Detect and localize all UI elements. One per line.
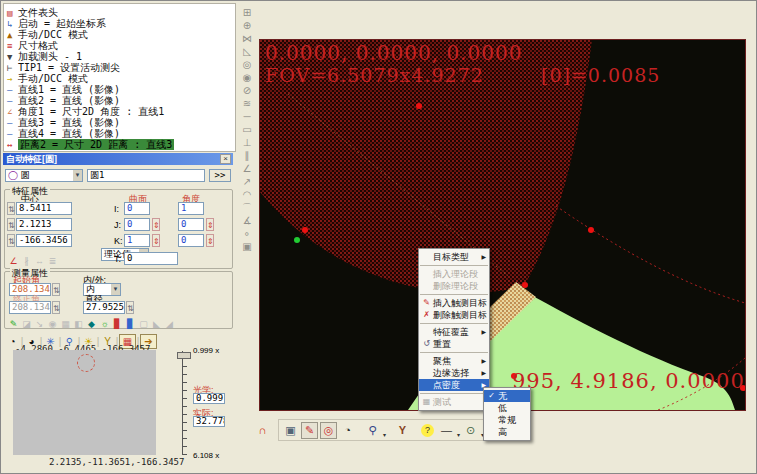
dropdown-arrow-icon[interactable]: ▾ xyxy=(457,427,460,443)
menu-item[interactable]: 目标类型▶ xyxy=(419,251,489,263)
parallel-icon[interactable]: ∥ xyxy=(240,149,254,162)
edge-pen-icon[interactable]: ✎ xyxy=(7,318,20,330)
line-tool-icon[interactable]: —▾ xyxy=(438,422,455,439)
angle3-red-spinner[interactable]: ⇕ xyxy=(206,234,214,247)
grid-icon[interactable]: ▦ xyxy=(59,318,72,330)
zoom-slider[interactable] xyxy=(182,351,187,455)
menu-item[interactable]: ✗删除触测目标 xyxy=(419,309,489,321)
tree-item[interactable]: ∠角度1 = 尺寸2D 角度 : 直线1 xyxy=(7,106,164,117)
list-tool-icon[interactable]: ≣ xyxy=(46,255,59,267)
vector-icon[interactable]: ↗ xyxy=(240,175,254,188)
round-icon[interactable]: ◉ xyxy=(240,71,254,84)
menu-item[interactable]: 特征覆盖▶ xyxy=(419,326,489,338)
start-angle-spinner[interactable]: ⇅ xyxy=(52,283,60,296)
angle-icon[interactable]: ∠ xyxy=(240,162,254,175)
point-icon[interactable]: ∘ xyxy=(240,227,254,240)
dropdown-arrow-icon[interactable]: ▾ xyxy=(383,427,386,443)
k-red-spinner[interactable]: ⇕ xyxy=(152,234,160,247)
actual-field[interactable]: 32.778 xyxy=(193,416,225,427)
tree-item[interactable]: ≡尺寸格式 xyxy=(7,40,58,51)
corner-left-icon[interactable]: ◣ xyxy=(150,318,163,330)
sector-tool-icon[interactable]: ◔ xyxy=(339,422,356,439)
corner-right-icon[interactable]: ◢ xyxy=(163,318,176,330)
tree-item[interactable]: ▼加载测头 - 1 xyxy=(7,51,82,62)
red-bar-icon[interactable]: ▊ xyxy=(111,318,124,330)
line-icon[interactable]: ─ xyxy=(240,110,254,123)
tree-item[interactable]: ⊢TIP1 = 设置活动测尖 xyxy=(7,62,120,73)
tree-item[interactable]: ―直线2 = 直线 (影像) xyxy=(7,95,120,106)
menu-item[interactable]: ↺重置 xyxy=(419,338,489,350)
submenu-item[interactable]: 常规 xyxy=(484,414,530,426)
menu-item[interactable]: ✎插入触测目标 xyxy=(419,297,489,309)
submenu-item[interactable]: 高 xyxy=(484,426,530,438)
angle-tool-icon[interactable]: ∠ xyxy=(7,255,20,267)
tree-item[interactable]: ↔距离2 = 尺寸 2D 距离 : 直线3 xyxy=(7,139,174,150)
circle-icon[interactable]: ⊕ xyxy=(240,19,254,32)
angle2-field[interactable]: 0 xyxy=(178,218,204,231)
angle1-field[interactable]: 1 xyxy=(178,202,204,215)
menu-item[interactable]: 聚焦▶ xyxy=(419,355,489,367)
width-tool-icon[interactable]: ↔ xyxy=(33,255,46,267)
cylinder-icon[interactable]: ⋈ xyxy=(240,32,254,45)
submenu-item[interactable]: 低 xyxy=(484,402,530,414)
rect-icon[interactable]: ▭ xyxy=(240,123,254,136)
dialog-close-icon[interactable]: × xyxy=(220,154,231,164)
arrow-icon[interactable]: ↘ xyxy=(33,318,46,330)
ring-icon[interactable]: ◉ xyxy=(46,318,59,330)
tree-item[interactable]: ―直线4 = 直线 (影像) xyxy=(7,128,120,139)
cone-icon[interactable]: ◺ xyxy=(240,45,254,58)
arc-icon[interactable]: ◠ xyxy=(240,188,254,201)
command-tree[interactable]: ▤文件表头↳启动 = 起始坐标系▲手动/DCC 模式≡尺寸格式▼加载测头 - 1… xyxy=(3,3,236,152)
t-field[interactable]: 0 xyxy=(124,252,178,265)
j-red-spinner[interactable]: ⇕ xyxy=(152,218,160,231)
x-spinner[interactable]: ⇅ xyxy=(7,202,15,215)
dialog-titlebar[interactable]: 自动特征[圆] xyxy=(3,153,233,165)
expand-button[interactable]: >> xyxy=(209,169,231,182)
tree-item[interactable]: ↳启动 = 起始坐标系 xyxy=(7,18,106,29)
plane-icon[interactable]: ⊞ xyxy=(240,6,254,19)
j-field[interactable]: 0 xyxy=(124,218,150,231)
graphics-view[interactable]: 0.0000, 0.0000, 0.0000 FOV=6.5079x4.9272… xyxy=(259,39,746,411)
camera-tool-icon[interactable]: ▣ xyxy=(282,422,299,439)
edge-draw-tool-icon[interactable]: ✎ xyxy=(301,422,318,439)
center-z-field[interactable]: -166.3456 xyxy=(16,234,72,247)
tree-item[interactable]: ▤文件表头 xyxy=(7,7,58,18)
i-field[interactable]: 0 xyxy=(124,202,150,215)
region-icon[interactable]: ◪ xyxy=(20,318,33,330)
magnet-tool-icon[interactable]: ∩ xyxy=(254,422,271,439)
angle2-icon[interactable]: ∡ xyxy=(240,214,254,227)
goblet-tool-icon[interactable]: Y xyxy=(394,422,411,439)
tree-item[interactable]: ―直线1 = 直线 (影像) xyxy=(7,84,120,95)
menu-item[interactable]: 边缘选择▶ xyxy=(419,367,489,379)
target-tool-icon[interactable]: ◎ xyxy=(320,422,337,439)
k-field[interactable]: 1 xyxy=(124,234,150,247)
tree-item[interactable]: ▲手动/DCC 模式 xyxy=(7,29,88,40)
angle2-red-spinner[interactable]: ⇕ xyxy=(206,218,214,231)
perpendicular-icon[interactable]: ⊥ xyxy=(240,136,254,149)
slot-icon[interactable]: ⊘ xyxy=(240,84,254,97)
menu-item[interactable]: 点密度▶ xyxy=(419,379,489,391)
help-tool-icon[interactable]: ? xyxy=(421,424,434,437)
half-icon[interactable]: ◧ xyxy=(72,318,85,330)
rotate-tool-icon[interactable]: ⊙▾ xyxy=(462,422,479,439)
optical-field[interactable]: 0.999 xyxy=(193,393,225,404)
tree-item[interactable]: →手动/DCC 模式 xyxy=(7,73,88,84)
tree-item[interactable]: ―直线3 = 直线 (影像) xyxy=(7,117,120,128)
angle3-field[interactable]: 0 xyxy=(178,234,204,247)
curve-icon[interactable]: ≋ xyxy=(240,97,254,110)
sphere-icon[interactable]: ◎ xyxy=(240,58,254,71)
box-icon[interactable]: ▢ xyxy=(137,318,150,330)
diamond-icon[interactable]: ◆ xyxy=(85,318,98,330)
arc2-icon[interactable]: ⌒ xyxy=(240,201,254,214)
center-x-field[interactable]: 8.5411 xyxy=(16,202,72,215)
feature-name-input[interactable]: 圆1 xyxy=(87,169,205,182)
feature-type-select[interactable]: ◯ 圆▼ xyxy=(5,169,83,182)
target-sun-icon[interactable]: ☼ xyxy=(98,318,111,330)
frame-icon[interactable]: ▣ xyxy=(240,240,254,253)
y-spinner[interactable]: ⇅ xyxy=(7,218,15,231)
center-y-field[interactable]: 2.1213 xyxy=(16,218,72,231)
submenu-item[interactable]: ✓无 xyxy=(484,390,530,402)
z-spinner[interactable]: ⇅ xyxy=(7,234,15,247)
axis-tool-icon[interactable]: ∦ xyxy=(20,255,33,267)
zoom-slider-handle[interactable] xyxy=(177,352,191,359)
